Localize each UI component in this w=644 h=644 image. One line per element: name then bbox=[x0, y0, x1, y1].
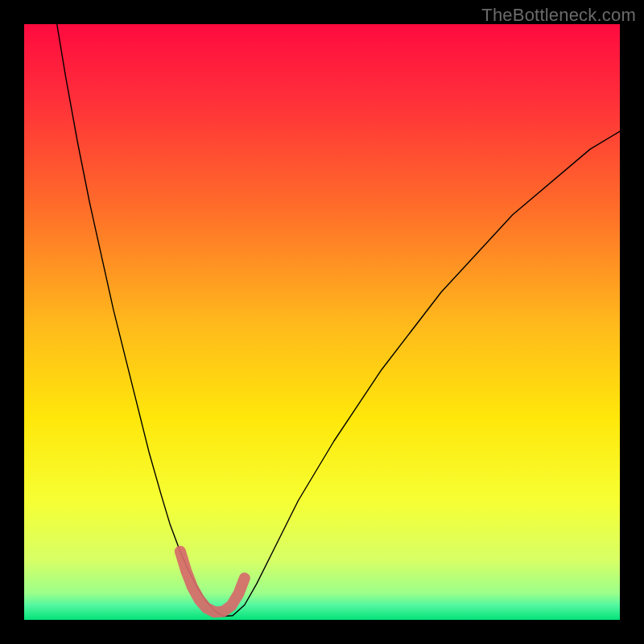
plot-background bbox=[24, 24, 620, 620]
bottleneck-chart bbox=[24, 24, 620, 620]
watermark-text: TheBottleneck.com bbox=[481, 5, 636, 26]
chart-frame: TheBottleneck.com bbox=[0, 0, 644, 644]
